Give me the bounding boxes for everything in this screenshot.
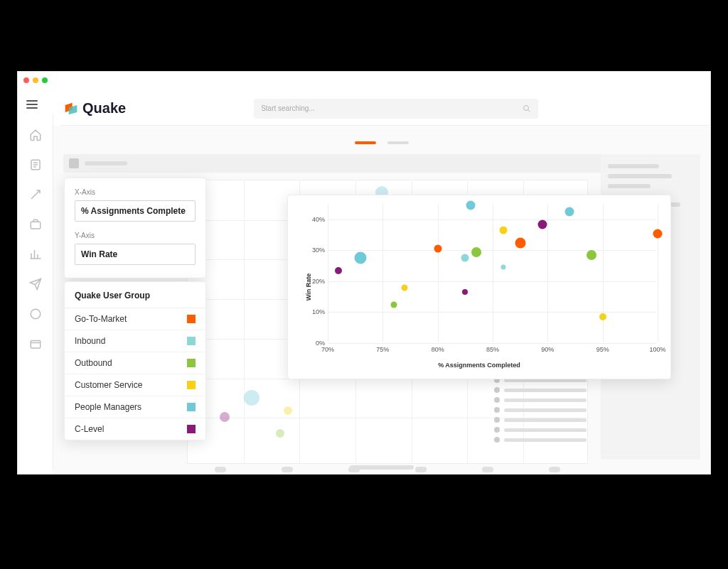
maximize-dot[interactable] (42, 77, 48, 83)
search-icon (523, 104, 531, 113)
chart-bubble[interactable] (471, 247, 481, 257)
legend-swatch (187, 337, 196, 345)
legend-item-label: Outbound (75, 358, 112, 368)
legend-item[interactable]: Customer Service (65, 374, 205, 396)
y-tick-label: 10% (309, 308, 325, 315)
svg-point-4 (524, 105, 529, 110)
scroll-indicator (350, 465, 414, 470)
x-tick-label: 90% (541, 346, 554, 353)
legend-item-label: C-Level (75, 424, 104, 434)
chart-bubble[interactable] (599, 313, 606, 320)
legend-item[interactable]: People Managers (65, 396, 205, 418)
chart-bubble[interactable] (335, 267, 342, 274)
chart-bubble[interactable] (515, 237, 525, 248)
legend-swatch (187, 381, 196, 389)
scatter-chart-panel: Win Rate % Assignments Completed 0%10%20… (287, 195, 671, 379)
legend-swatch (187, 359, 196, 367)
y-tick-label: 40% (309, 216, 325, 223)
chart-plot-area (328, 204, 656, 342)
legend-item[interactable]: C-Level (65, 418, 205, 440)
x-tick-label: 85% (486, 346, 499, 353)
legend-item-label: People Managers (75, 402, 141, 412)
x-tick-label: 95% (596, 346, 609, 353)
tab-active[interactable] (355, 141, 376, 144)
svg-rect-1 (31, 222, 41, 229)
chart-bubble[interactable] (501, 265, 506, 270)
y-tick-label: 30% (309, 246, 325, 254)
send-icon[interactable] (29, 278, 42, 291)
close-dot[interactable] (23, 77, 29, 83)
legend-panel: Quake User Group Go-To-MarketInboundOutb… (64, 281, 206, 440)
logo-icon (64, 102, 78, 116)
left-nav-rail (18, 114, 53, 470)
tab-inactive[interactable] (387, 141, 409, 144)
y-tick-label: 20% (309, 278, 325, 285)
chart-bubble[interactable] (537, 220, 547, 229)
legend-item[interactable]: Go-To-Market (65, 308, 205, 330)
legend-item[interactable]: Outbound (65, 352, 205, 374)
chart-bubble[interactable] (355, 252, 367, 264)
chart-bubble[interactable] (390, 301, 397, 308)
legend-swatch (187, 315, 196, 323)
x-tick-label: 100% (649, 346, 665, 353)
search-placeholder: Start searching... (261, 104, 315, 112)
legend-item[interactable]: Inbound (65, 330, 205, 352)
chat-icon[interactable] (29, 308, 42, 320)
wand-icon[interactable] (29, 188, 42, 201)
minimize-dot[interactable] (33, 77, 38, 83)
legend-item-label: Inbound (75, 336, 105, 346)
legend-swatch (187, 425, 196, 433)
folder-icon[interactable] (29, 337, 42, 350)
home-icon[interactable] (29, 129, 42, 141)
legend-item-label: Customer Service (75, 380, 142, 390)
search-input[interactable]: Start searching... (254, 99, 538, 119)
chart-bubble[interactable] (500, 227, 508, 234)
x-axis-label: X-Axis (75, 188, 196, 196)
toolbar-checkbox[interactable] (69, 158, 79, 168)
top-bar: Quake Start searching... (60, 92, 710, 126)
hamburger-menu-icon[interactable] (26, 100, 38, 109)
x-axis-input[interactable] (75, 200, 196, 222)
y-axis-input[interactable] (75, 244, 196, 265)
toolbar-placeholder (85, 161, 127, 166)
chart-icon[interactable] (29, 248, 42, 261)
chart-bubble[interactable] (402, 284, 408, 291)
chart-bubble[interactable] (461, 254, 469, 262)
x-tick-label: 70% (321, 346, 334, 353)
note-icon[interactable] (29, 158, 42, 171)
app-name: Quake (82, 100, 126, 116)
legend-swatch (187, 403, 196, 411)
tabs-row (53, 134, 710, 151)
briefcase-icon[interactable] (29, 218, 42, 231)
chart-bubble[interactable] (653, 229, 663, 238)
x-tick-label: 80% (432, 346, 444, 353)
y-axis-label: Y-Axis (75, 232, 196, 239)
window-traffic-lights (23, 77, 48, 83)
legend-title: Quake User Group (65, 282, 205, 308)
x-tick-label: 75% (376, 346, 389, 353)
axis-config-panel: X-Axis Y-Axis (64, 178, 206, 278)
chart-bubble[interactable] (434, 245, 441, 253)
svg-rect-3 (31, 341, 41, 349)
legend-item-label: Go-To-Market (75, 314, 127, 324)
chart-bubble[interactable] (466, 201, 476, 210)
chart-bubble[interactable] (565, 207, 574, 217)
chart-bubble[interactable] (462, 289, 468, 295)
chart-x-axis-title: % Assignments Completed (438, 362, 520, 369)
chart-bubble[interactable] (587, 250, 596, 260)
app-logo[interactable]: Quake (64, 100, 126, 116)
